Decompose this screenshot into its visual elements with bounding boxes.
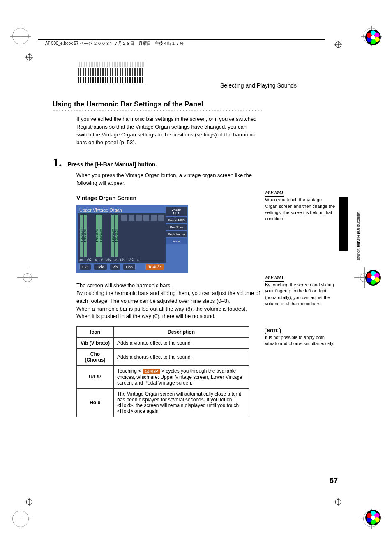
vintage-organ-screen-heading: Vintage Organ Screen xyxy=(76,195,262,201)
harmonic-bar[interactable]: 87654321 xyxy=(84,215,87,257)
main-button[interactable]: Main xyxy=(166,238,187,244)
step-label: Press the [H-Bar Manual] button. xyxy=(68,161,157,168)
registration-mark-icon xyxy=(334,498,342,506)
dotted-rule xyxy=(53,110,262,111)
intro-paragraph: If you've edited the harmonic bar settin… xyxy=(76,115,262,146)
crop-mark xyxy=(12,28,29,44)
memo-text: When you touch the Vintage Organ screen … xyxy=(265,197,335,221)
desc-cell: Adds a chorus effect to the sound. xyxy=(114,349,249,366)
icon-cell-cho: Cho (Chorus) xyxy=(77,349,114,366)
step-1-heading: 1. Press the [H-Bar Manual] button. xyxy=(53,155,262,169)
harmonic-bar[interactable]: 87654321 xyxy=(99,215,102,257)
table-row: Vib (Vibrato) Adds a vibrato effect to t… xyxy=(77,338,249,349)
color-rosette-icon xyxy=(364,29,382,46)
exit-button[interactable]: Exit xyxy=(79,264,91,270)
step-1-body: When you press the Vintage Organ button,… xyxy=(76,172,262,187)
page-number: 57 xyxy=(330,477,338,485)
page: Selecting and Playing Sounds AT-500_e.bo… xyxy=(0,0,392,555)
keyboard-thumbnail-icon xyxy=(76,60,146,85)
header-rule xyxy=(38,39,325,40)
color-rosette-column xyxy=(363,29,383,526)
cho-button[interactable]: Cho xyxy=(123,264,136,270)
vib-button[interactable]: Vib xyxy=(110,264,121,270)
ulp-button[interactable]: ↻U/L/P xyxy=(145,264,164,270)
svg-point-19 xyxy=(371,35,376,40)
memo-label: MEMO xyxy=(265,274,284,282)
desc-cell: The Vintage Organ screen will automatica… xyxy=(114,388,249,417)
table-header-row: Icon Description xyxy=(77,327,249,338)
icon-cell-hold: Hold xyxy=(77,388,114,417)
table-row: U/L/P Touching < ↻U/L/P > cycles you thr… xyxy=(77,366,249,388)
memo-label: MEMO xyxy=(265,189,284,197)
note-label: NOTE xyxy=(265,328,281,334)
ulp-chip-icon: ↻U/L/P xyxy=(143,369,160,374)
side-section-label: Selecting and Playing Sounds xyxy=(357,212,361,261)
table-header-description: Description xyxy=(114,327,249,338)
book-meta-header: AT-500_e.book 57 ページ ２００８年７月２８日 月曜日 午後４時… xyxy=(45,41,184,46)
memo-block-2: MEMO By touching the screen and sliding … xyxy=(265,274,335,307)
section-thumb-tab xyxy=(339,197,348,251)
icon-cell-ulp: U/L/P xyxy=(77,366,114,388)
registration-button[interactable]: Registration xyxy=(166,231,187,237)
vintage-organ-screenshot: Upper Vintage Organ ♩=130M: 1 Sound/KBD … xyxy=(76,205,188,273)
memo-text: By touching the screen and sliding your … xyxy=(265,282,334,306)
footage-labels: 16'5⅓'8' 4'2⅔'2' 1⅗'1⅓'1' xyxy=(79,258,164,262)
screen-title: Upper Vintage Organ xyxy=(79,207,122,212)
harmonic-bar[interactable]: 87654321 xyxy=(96,215,99,257)
table-row: Cho (Chorus) Adds a chorus effect to the… xyxy=(77,349,249,366)
registration-mark-icon xyxy=(334,41,342,48)
tempo-indicator: ♩=130M: 1 xyxy=(166,207,187,216)
table-header-icon: Icon xyxy=(77,327,114,338)
sound-kbd-button[interactable]: Sound/KBD xyxy=(166,217,187,223)
svg-point-35 xyxy=(371,516,376,520)
breadcrumb: Selecting and Playing Sounds xyxy=(220,82,297,89)
icon-description-table: Icon Description Vib (Vibrato) Adds a vi… xyxy=(76,326,249,417)
rec-play-button[interactable]: Rec/Play xyxy=(166,224,187,230)
section-title: Using the Harmonic Bar Settings of the P… xyxy=(53,100,262,109)
desc-cell: Adds a vibrato effect to the sound. xyxy=(114,338,249,349)
crop-mark xyxy=(23,273,32,282)
harmonic-bar[interactable]: 87654321 xyxy=(80,215,83,257)
hold-button[interactable]: Hold xyxy=(94,264,107,270)
post-screen-text: The screen will show the harmonic bars. … xyxy=(76,282,262,320)
color-rosette-icon xyxy=(364,269,382,286)
memo-block-1: MEMO When you touch the Vintage Organ sc… xyxy=(265,189,335,222)
svg-point-27 xyxy=(371,275,376,280)
registration-mark-icon xyxy=(25,53,33,61)
table-row: Hold The Vintage Organ screen will autom… xyxy=(77,388,249,417)
note-block: NOTE It is not possible to apply both vi… xyxy=(265,328,335,347)
step-number: 1. xyxy=(53,155,62,169)
desc-cell: Touching < ↻U/L/P > cycles you through t… xyxy=(114,366,249,388)
harmonic-bar[interactable]: 87654321 xyxy=(115,215,118,257)
registration-mark-icon xyxy=(25,498,33,506)
color-rosette-icon xyxy=(364,509,382,526)
icon-cell-vib: Vib (Vibrato) xyxy=(77,338,114,349)
crop-mark xyxy=(12,511,29,527)
note-text: It is not possible to apply both vibrato… xyxy=(265,335,334,346)
harmonic-bar[interactable]: 87654321 xyxy=(111,215,114,257)
